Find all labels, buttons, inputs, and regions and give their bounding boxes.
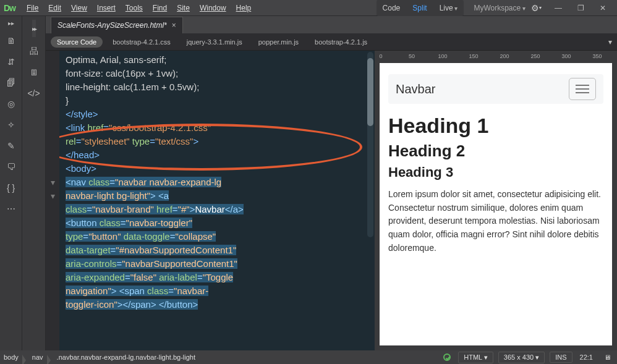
ruler: 0 50 100 150 200 250 300 350 (375, 51, 617, 63)
brush-icon[interactable]: ✎ (4, 139, 18, 153)
preview-heading-1: Heading 1 (388, 114, 603, 138)
close-tab-icon[interactable]: × (172, 21, 176, 30)
wand-icon[interactable]: ✧ (4, 118, 18, 132)
target-icon[interactable]: ◎ (4, 97, 18, 111)
more-icon[interactable]: ⋯ (4, 202, 18, 216)
status-bar: body nav .navbar.navbar-expand-lg.navbar… (0, 350, 617, 364)
preview-heading-2: Heading 2 (388, 142, 603, 161)
menubar: Dw File Edit View Insert Tools Find Site… (0, 0, 617, 16)
viewport-size-dropdown[interactable]: 365 x 430 ▾ (498, 352, 545, 363)
preview-page[interactable]: Navbar Heading 1 Heading 2 Heading 3 Lor… (380, 63, 612, 345)
fold-toggle-icon[interactable]: ▾ (46, 189, 59, 203)
assets-icon[interactable]: 🗏 (27, 66, 41, 79)
expand-rail-icon[interactable]: ▸▸ (8, 20, 14, 27)
related-file[interactable]: popper.min.js (252, 36, 305, 48)
file-icon[interactable]: 🗎 (4, 34, 18, 48)
menu-site[interactable]: Site (172, 1, 195, 15)
no-errors-icon[interactable] (443, 353, 451, 361)
file-tab[interactable]: ScaleFonts-AnySizeScreen.html* × (51, 17, 183, 33)
view-switcher: Code Split Live (377, 0, 464, 16)
filter-icon[interactable]: ▾ (608, 38, 612, 46)
menu-edit[interactable]: Edit (43, 1, 66, 15)
view-code-button[interactable]: Code (377, 1, 407, 15)
preview-navbar: Navbar (388, 74, 603, 104)
fold-toggle-icon[interactable]: ▾ (46, 176, 59, 189)
window-minimize-button[interactable]: — (550, 2, 566, 14)
related-file[interactable]: jquery-3.3.1.min.js (181, 36, 249, 48)
cursor-position: 22:1 (575, 353, 598, 361)
dom-tree-icon[interactable]: 品 (27, 44, 41, 58)
preview-heading-3: Heading 3 (388, 164, 603, 180)
live-preview-pane: 0 50 100 150 200 250 300 350 Navbar Head… (375, 51, 617, 350)
menu-file[interactable]: File (22, 1, 43, 15)
related-file[interactable]: bootstrap-4.2.1.css (106, 36, 177, 48)
expand-panel-icon[interactable]: ▸▸ (32, 20, 36, 37)
window-restore-button[interactable]: ❐ (572, 2, 589, 14)
file-tab-label: ScaleFonts-AnySizeScreen.html* (57, 21, 167, 30)
collapse-icon[interactable]: { } (4, 181, 18, 195)
related-file[interactable]: bootstrap-4.2.1.js (308, 36, 373, 48)
dom-panel-rail: ▸▸ 品 🗏 </> (22, 16, 46, 350)
format-icon[interactable]: ⇵ (4, 55, 18, 69)
open-files-tabstrip: ScaleFonts-AnySizeScreen.html* × (46, 16, 617, 33)
code-editor[interactable]: Optima, Arial, sans-serif; font-size: ca… (59, 51, 375, 350)
editor-scrollbar[interactable] (367, 52, 373, 237)
menu-tools[interactable]: Tools (121, 1, 148, 15)
preview-paragraph: Lorem ipsum dolor sit amet, consectetur … (388, 188, 603, 255)
view-live-button[interactable]: Live (433, 1, 464, 15)
preview-navbar-brand[interactable]: Navbar (396, 82, 435, 96)
source-code-pill[interactable]: Source Code (51, 36, 103, 48)
menu-help[interactable]: Help (231, 1, 257, 15)
left-toolbar: ▸▸ 🗎 ⇵ 🗐 ◎ ✧ ✎ 🗨 { } ⋯ (0, 16, 22, 350)
dreamweaver-logo: Dw (4, 3, 15, 13)
gear-icon[interactable]: ⚙▾ (529, 1, 543, 15)
comment-icon[interactable]: 🗨 (4, 160, 18, 174)
menu-find[interactable]: Find (148, 1, 172, 15)
workspace-dropdown[interactable]: MyWorkspace (474, 4, 526, 12)
code-tag-icon[interactable]: </> (27, 87, 41, 100)
preview-navbar-toggle[interactable] (569, 78, 596, 100)
insert-mode-toggle[interactable]: INS (550, 352, 572, 363)
menu-insert[interactable]: Insert (92, 1, 121, 15)
view-split-button[interactable]: Split (406, 1, 433, 15)
window-close-button[interactable]: ✕ (595, 2, 611, 14)
doctype-dropdown[interactable]: HTML ▾ (458, 352, 493, 363)
menu-window[interactable]: Window (195, 1, 231, 15)
menu-view[interactable]: View (66, 1, 92, 15)
code-gutter: ▾ ▾ (46, 51, 59, 350)
tag-selector-breadcrumb[interactable]: body nav .navbar.navbar-expand-lg.navbar… (0, 350, 199, 364)
preview-device-icon[interactable]: 🖥 (598, 353, 617, 361)
search-list-icon[interactable]: 🗐 (4, 76, 18, 90)
related-files-bar: Source Code bootstrap-4.2.1.css jquery-3… (46, 33, 617, 51)
